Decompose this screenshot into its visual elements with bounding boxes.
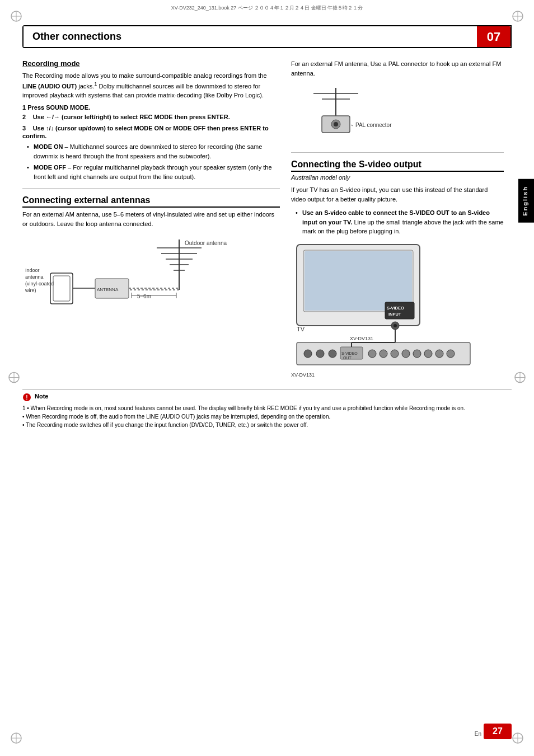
mode-off-bullet: MODE OFF – For regular multichannel play…: [27, 163, 280, 181]
main-content: Recording mode The Recording mode allows…: [22, 59, 512, 378]
svg-point-60: [304, 350, 312, 358]
antennas-section: Connecting external antennas For an exte…: [22, 195, 280, 325]
svg-text:wire): wire): [25, 288, 36, 293]
recording-mode-section: Recording mode The Recording mode allows…: [22, 59, 280, 181]
svg-text:antenna: antenna: [25, 274, 44, 280]
svg-point-67: [368, 350, 376, 358]
svg-text:TV: TV: [297, 326, 305, 332]
svideo-cable-bullet: Use an S-video cable to connect the S-VI…: [296, 208, 504, 236]
note-heading: Note: [35, 393, 48, 400]
antennas-intro: For an external AM antenna, use 5–6 mete…: [22, 210, 280, 228]
pal-connector-diagram: PAL connector: [291, 82, 504, 145]
svg-text:XV-DV131: XV-DV131: [350, 336, 373, 341]
reg-mark-bl: [10, 732, 22, 746]
svg-point-72: [424, 350, 432, 358]
step-1: 1 Press SOUND MODE.: [22, 104, 280, 111]
svideo-intro: If your TV has an S-video input, you can…: [291, 185, 504, 204]
reg-mark-tl: [10, 10, 22, 24]
svg-text:S-VIDEO: S-VIDEO: [387, 306, 404, 311]
language-tab: English: [518, 179, 534, 223]
step-2-text: Use ←/→ (cursor left/right) to select RE…: [33, 114, 230, 120]
svg-point-73: [435, 350, 443, 358]
svideo-heading: Connecting the S-video output: [291, 159, 504, 172]
svg-text:5–6m: 5–6m: [137, 293, 151, 299]
svg-point-62: [329, 350, 336, 358]
step-2-label: 2: [22, 114, 31, 120]
section-separator-2: [291, 152, 504, 153]
meta-text: XV-DV232_240_131.book 27 ページ ２００４年１２月２４日…: [171, 5, 363, 11]
svg-point-57: [394, 324, 397, 327]
left-column: Recording mode The Recording mode allows…: [22, 59, 280, 378]
page-container: XV-DV232_240_131.book 27 ページ ２００４年１２月２４日…: [0, 0, 534, 756]
pal-svg: PAL connector: [291, 82, 431, 144]
note-line-2: • When Recording mode is off, the audio …: [22, 412, 512, 421]
reg-mark-mr: [514, 371, 526, 385]
svideo-subheading: Australian model only: [291, 174, 504, 181]
svg-rect-52: [305, 251, 412, 311]
svg-point-68: [380, 350, 387, 358]
svg-text:!: !: [26, 395, 27, 401]
step-3-text: Use ↑/↓ (cursor up/down) to select MODE …: [22, 125, 269, 139]
svg-text:INPUT: INPUT: [388, 312, 401, 317]
svg-point-70: [402, 350, 410, 358]
mode-bullets: MODE ON – Multichannel sources are downm…: [27, 142, 280, 181]
recording-mode-intro: The Recording mode allows you to make su…: [22, 71, 280, 100]
svg-text:Indoor: Indoor: [25, 267, 40, 273]
svideo-section: Connecting the S-video output Australian…: [291, 159, 504, 378]
fm-antenna-intro: For an external FM antenna, Use a PAL co…: [291, 59, 504, 78]
svg-rect-26: [50, 273, 73, 304]
section-separator-1: [22, 188, 280, 189]
reg-mark-br: [512, 732, 524, 746]
antenna-diagram: Outdoor antenna Indoor antenna (vinyl-co…: [22, 234, 280, 325]
page-number: 27: [484, 724, 512, 739]
tv-svg: S-VIDEO INPUT TV: [291, 242, 481, 370]
svg-point-47: [334, 122, 338, 126]
svg-point-74: [447, 350, 455, 358]
note-icon: !: [22, 393, 31, 402]
svg-text:(vinyl-coated: (vinyl-coated: [25, 281, 54, 287]
svg-point-71: [413, 350, 421, 358]
svg-text:Outdoor antenna: Outdoor antenna: [185, 240, 227, 246]
file-meta: XV-DV232_240_131.book 27 ページ ２００４年１２月２４日…: [0, 0, 534, 14]
svg-rect-27: [53, 276, 70, 301]
device-label: XV-DV131: [291, 372, 504, 378]
svg-text:ANTENNA: ANTENNA: [97, 287, 119, 292]
antenna-svg: Outdoor antenna Indoor antenna (vinyl-co…: [22, 234, 235, 323]
fm-antenna-section: For an external FM antenna, Use a PAL co…: [291, 59, 504, 145]
page-lang: En: [475, 731, 481, 737]
svg-point-69: [391, 350, 399, 358]
chapter-title: Other connections: [24, 26, 477, 47]
tv-svideo-diagram: S-VIDEO INPUT TV: [291, 242, 504, 372]
svg-text:S-VIDEO: S-VIDEO: [341, 351, 358, 355]
svideo-bullets: Use an S-video cable to connect the S-VI…: [296, 208, 504, 236]
recording-mode-heading: Recording mode: [22, 59, 280, 68]
right-column: For an external FM antenna, Use a PAL co…: [291, 59, 504, 378]
svg-text:OUT: OUT: [343, 356, 352, 360]
line-audio-out-bold: LINE (AUDIO OUT): [22, 82, 77, 89]
svg-point-61: [316, 350, 324, 358]
chapter-header: Other connections 07: [22, 25, 512, 48]
note-section: ! Note 1 • When Recording mode is on, mo…: [22, 389, 512, 429]
reg-mark-ml: [8, 371, 20, 385]
reg-mark-tr: [512, 10, 524, 24]
mode-on-bullet: MODE ON – Multichannel sources are downm…: [27, 142, 280, 161]
note-line-3: • The Recording mode switches off if you…: [22, 421, 512, 429]
svg-line-49: [351, 125, 353, 126]
antennas-heading: Connecting external antennas: [22, 195, 280, 208]
note-line-1: 1 • When Recording mode is on, most soun…: [22, 404, 512, 412]
step-3-label: 3: [22, 125, 31, 132]
chapter-number: 07: [477, 26, 510, 47]
svg-text:PAL connector: PAL connector: [355, 122, 392, 128]
